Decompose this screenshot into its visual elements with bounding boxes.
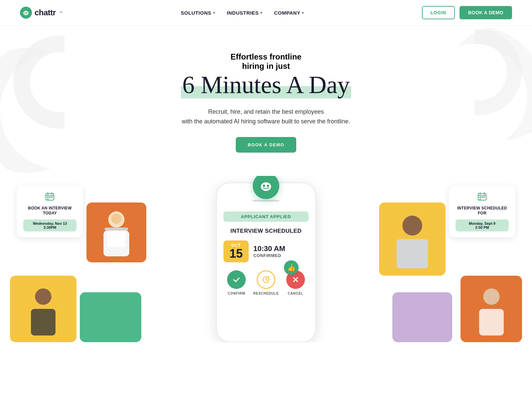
left-card-date: Wednesday, Nov 13 3:30PM [23,219,76,231]
left-card-title: BOOK AN INTERVIEW TODAY [23,206,76,216]
svg-rect-16 [481,197,483,198]
logo-trademark: ™ [59,11,63,15]
interview-time: 10:30 AM [253,244,285,253]
chattr-float-container [266,176,266,189]
nav-solutions[interactable]: SOLUTIONS ▾ [181,10,215,16]
svg-point-1 [25,12,26,13]
svg-point-28 [267,185,269,187]
svg-point-32 [483,288,499,305]
svg-rect-25 [31,309,56,335]
cancel-label: CANCEL [288,292,303,295]
hero-handwriting: 6 Minutes A Day [20,71,512,99]
svg-rect-15 [479,197,481,198]
phone-top-bar [253,200,279,201]
hero-title: Effortless frontline hiring in just 6 Mi… [20,52,512,99]
phone-date-row: OCT 15 10:30 AM CONFIRMED [223,240,309,262]
interview-scheduled-title: INTERVIEW SCHEDULED [223,228,309,234]
photo-thumb-4 [379,202,446,276]
photo-thumb-2 [10,276,76,342]
nav-company[interactable]: COMPANY ▾ [274,10,304,16]
svg-rect-10 [47,199,49,200]
svg-rect-33 [479,309,504,335]
reschedule-action: RESCHEDULE [253,270,279,295]
chevron-down-icon: ▾ [213,11,215,15]
svg-rect-7 [47,197,49,198]
calendar-icon-left [23,192,76,203]
confirmed-status: CONFIRMED [253,253,285,258]
confirm-button[interactable] [227,270,246,289]
confirm-label: CONFIRM [228,292,245,295]
nav-links: SOLUTIONS ▾ INDUSTRIES ▾ COMPANY ▾ [181,10,304,16]
photo-thumb-1 [86,202,146,262]
book-demo-nav-button[interactable]: BOOK A DEMO [460,6,512,19]
svg-point-2 [26,12,27,13]
photo-thumb-5 [461,276,522,342]
chevron-down-icon: ▾ [260,11,262,15]
hero-subtitle: Recruit, hire, and retain the best emplo… [170,107,362,126]
phone-mockup: APPLICANT APPLIED INTERVIEW SCHEDULED OC… [216,183,316,342]
left-interview-card: BOOK AN INTERVIEW TODAY Wednesday, Nov 1… [17,186,83,237]
right-card-title: INTERVIEW SCHEDULED FOR [456,206,509,216]
svg-point-30 [402,215,422,235]
mockup-area: BOOK AN INTERVIEW TODAY Wednesday, Nov 1… [0,176,532,342]
applicant-applied-badge: APPLICANT APPLIED [223,211,309,222]
right-interview-card: INTERVIEW SCHEDULED FOR Monday, Sept 9 2… [449,186,515,237]
reschedule-label: RESCHEDULE [253,292,279,295]
nav-actions: LOGIN BOOK A DEMO [422,6,512,19]
logo-icon [20,7,32,19]
photo-thumb-6 [392,292,452,342]
svg-rect-23 [105,227,128,230]
svg-point-24 [35,288,51,305]
chevron-down-icon: ▾ [302,11,304,15]
photo-thumb-3 [80,292,141,342]
svg-rect-9 [51,197,53,198]
hero-section: Effortless frontline hiring in just 6 Mi… [0,26,532,166]
svg-rect-22 [107,229,125,247]
date-box: OCT 15 [223,240,249,262]
svg-point-21 [111,213,121,224]
svg-point-27 [263,185,265,187]
thumbs-up-float: 👍 [284,260,299,275]
date-day: 15 [229,248,243,260]
svg-point-26 [261,182,271,191]
right-card-date: Monday, Sept 9 2:50 PM [456,219,509,231]
navbar: chattr ™ SOLUTIONS ▾ INDUSTRIES ▾ COMPAN… [0,0,532,26]
calendar-icon-right [456,192,509,203]
logo-text: chattr [35,8,56,17]
svg-rect-18 [479,199,481,200]
svg-point-0 [23,11,28,15]
svg-rect-17 [483,197,485,198]
book-demo-hero-button[interactable]: BOOK A DEMO [236,137,296,153]
reschedule-button[interactable] [257,270,275,289]
time-info: 10:30 AM CONFIRMED [253,244,285,258]
confirm-action: CONFIRM [227,270,246,295]
svg-rect-31 [397,239,428,268]
phone-action-buttons: 👍 CONFIRM RESCH [223,270,309,295]
logo[interactable]: chattr ™ [20,7,63,19]
login-button[interactable]: LOGIN [422,6,455,19]
bg-decoration-right [436,29,522,115]
svg-rect-8 [49,197,51,198]
nav-industries[interactable]: INDUSTRIES ▾ [227,10,262,16]
